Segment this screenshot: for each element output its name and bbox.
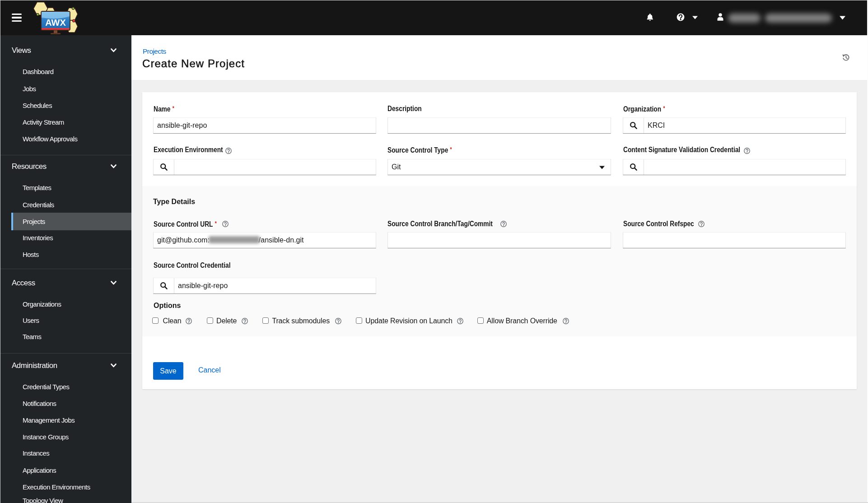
svg-text:AWX: AWX — [45, 18, 66, 28]
